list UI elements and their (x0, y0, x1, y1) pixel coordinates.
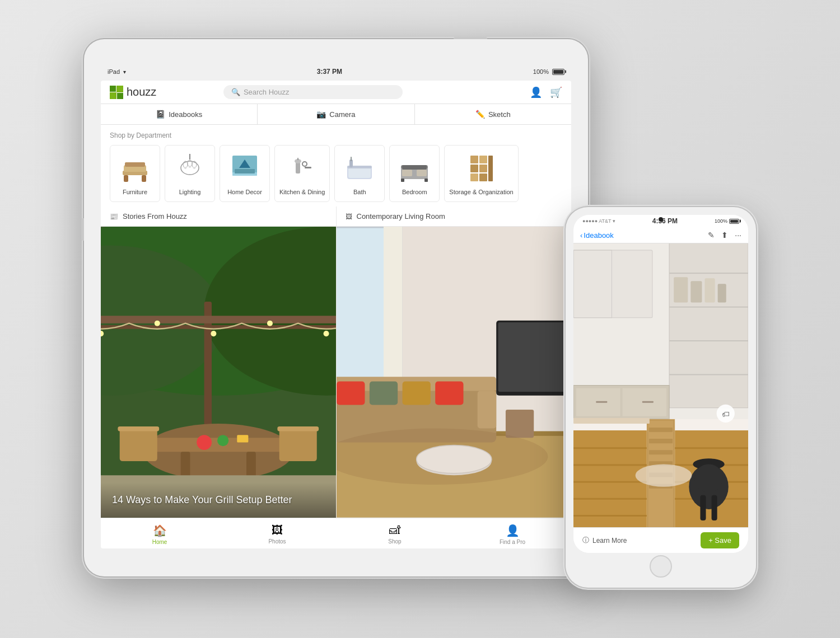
iphone-time: 4:36 PM (652, 217, 678, 225)
tab-findapro[interactable]: 👤 Find a Pro (454, 522, 571, 547)
iphone-nav-icons: ✎ ⬆ ··· (708, 231, 741, 240)
learn-more-button[interactable]: ⓘ Learn More (582, 536, 627, 545)
cart-icon[interactable]: 🛒 (550, 86, 562, 98)
tab-photos[interactable]: 🖼 Photos (218, 522, 336, 547)
svg-rect-7 (124, 175, 128, 182)
lighting-label: Lighting (179, 188, 201, 196)
outdoor-photo: 14 Ways to Make Your Grill Setup Better (101, 227, 336, 518)
houzz-nav-bar: 📓 Ideabooks 📷 Camera ✏️ Sketch (101, 104, 571, 125)
share-icon[interactable]: ⬆ (721, 231, 728, 240)
save-button[interactable]: + Save (701, 532, 739, 548)
bedroom-label: Bedroom (402, 188, 427, 196)
svg-rect-129 (573, 515, 647, 517)
wifi-icon: ▾ (123, 69, 126, 75)
search-icon: 🔍 (231, 88, 240, 96)
kitchen-icon (286, 151, 319, 185)
dept-bedroom[interactable]: Bedroom (389, 145, 440, 202)
bath-image (343, 151, 376, 185)
department-title: Shop by Department (110, 132, 562, 139)
homedecor-icon (228, 151, 262, 185)
svg-rect-85 (435, 382, 463, 405)
nav-camera[interactable]: 📷 Camera (258, 104, 414, 124)
svg-rect-124 (573, 430, 647, 527)
kitchen-content: 🏷 (573, 243, 748, 527)
photos-tab-label: Photos (268, 538, 286, 545)
ipad-status-right: 100% (533, 68, 564, 75)
houzz-logo-text: houzz (127, 86, 156, 98)
svg-point-14 (184, 167, 186, 169)
pencil-icon[interactable]: ✎ (708, 231, 715, 240)
iphone-device: ●●●●● AT&T ▾ 4:36 PM 100% ‹ Ideabook (566, 207, 756, 588)
tab-home[interactable]: 🏠 Home (101, 522, 218, 547)
dept-lighting[interactable]: Lighting (165, 145, 215, 202)
dept-kitchen[interactable]: Kitchen & Dining (274, 145, 330, 202)
lighting-icon (173, 151, 207, 185)
svg-rect-84 (402, 382, 430, 405)
bedroom-icon (398, 151, 431, 185)
home-tab-label: Home (152, 539, 167, 545)
back-button[interactable]: ‹ Ideabook (580, 231, 614, 240)
living-room-svg (337, 227, 572, 518)
nav-ideabooks-label: Ideabooks (169, 110, 202, 119)
learn-more-label: Learn More (592, 537, 627, 545)
svg-rect-104 (669, 374, 748, 375)
svg-rect-38 (479, 156, 487, 163)
dept-homedecor[interactable]: Home Decor (220, 145, 270, 202)
svg-point-15 (189, 166, 191, 168)
dept-storage[interactable]: Storage & Organization (444, 145, 518, 202)
nav-ideabooks[interactable]: 📓 Ideabooks (101, 104, 258, 124)
iphone-battery-text: 100% (715, 218, 727, 224)
back-chevron-icon: ‹ (580, 231, 582, 240)
photos-tab-icon: 🖼 (272, 524, 283, 537)
living-room-header: 🖼 Contemporary Living Room (337, 207, 572, 227)
info-circle-icon: ⓘ (582, 536, 589, 545)
svg-rect-103 (669, 340, 748, 341)
storage-image (465, 151, 498, 185)
furniture-image (118, 151, 152, 185)
svg-rect-89 (498, 322, 571, 392)
svg-rect-43 (488, 156, 493, 181)
dept-bath[interactable]: Bath (334, 145, 385, 202)
svg-rect-113 (596, 401, 607, 403)
svg-rect-83 (369, 382, 397, 405)
svg-rect-0 (110, 92, 116, 99)
iphone-bottom-bar: ⓘ Learn More + Save (573, 527, 748, 553)
nav-sketch[interactable]: ✏️ Sketch (415, 104, 571, 124)
houzz-logo-icon (110, 86, 123, 99)
nav-sketch-label: Sketch (488, 110, 511, 119)
furniture-label: Furniture (123, 188, 147, 196)
home-tab-icon: 🏠 (153, 524, 167, 537)
profile-icon[interactable]: 👤 (530, 86, 542, 98)
svg-rect-102 (669, 307, 748, 308)
department-grid: Furniture (110, 145, 562, 202)
svg-rect-39 (470, 165, 478, 172)
stories-icon: 📰 (110, 213, 118, 221)
svg-rect-96 (573, 250, 652, 318)
svg-rect-37 (470, 156, 478, 163)
svg-rect-138 (700, 495, 706, 520)
houzz-logo: houzz (110, 86, 156, 99)
svg-rect-34 (417, 170, 427, 176)
houzz-header: houzz 🔍 Search Houzz 👤 🛒 (101, 81, 571, 104)
living-room-image (337, 227, 572, 518)
houzz-search-bar[interactable]: 🔍 Search Houzz (223, 85, 403, 99)
svg-rect-118 (649, 439, 673, 443)
svg-rect-19 (235, 169, 255, 173)
more-icon[interactable]: ··· (735, 231, 741, 240)
svg-rect-8 (142, 175, 146, 182)
nav-camera-label: Camera (329, 110, 355, 119)
battery-indicator (552, 69, 564, 75)
svg-point-16 (193, 167, 195, 169)
svg-rect-123 (573, 418, 650, 424)
iphone-carrier: ●●●●● AT&T ▾ (582, 218, 615, 224)
ipad-device: iPad ▾ 3:37 PM 100% (84, 39, 588, 576)
dept-furniture[interactable]: Furniture (110, 145, 160, 202)
ipad-status-left: iPad ▾ (108, 68, 126, 75)
ipad-top-button (454, 37, 487, 39)
svg-rect-107 (705, 278, 715, 302)
svg-rect-108 (718, 284, 726, 302)
tab-shop[interactable]: 🛋 Shop (336, 522, 454, 547)
home-button[interactable] (650, 555, 672, 578)
svg-rect-117 (649, 428, 673, 432)
svg-rect-42 (479, 173, 487, 181)
